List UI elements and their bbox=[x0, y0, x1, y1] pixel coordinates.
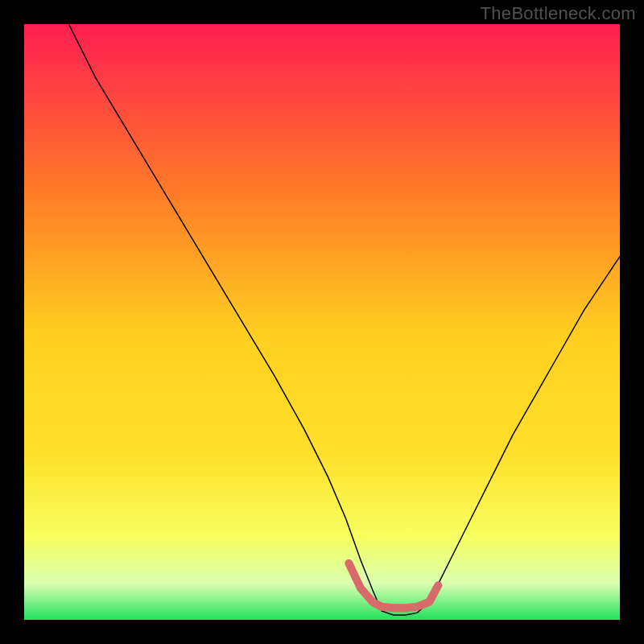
plot-background bbox=[24, 24, 620, 620]
watermark-text: TheBottleneck.com bbox=[481, 3, 636, 24]
bottleneck-chart bbox=[0, 0, 644, 644]
chart-frame: TheBottleneck.com bbox=[0, 0, 644, 644]
